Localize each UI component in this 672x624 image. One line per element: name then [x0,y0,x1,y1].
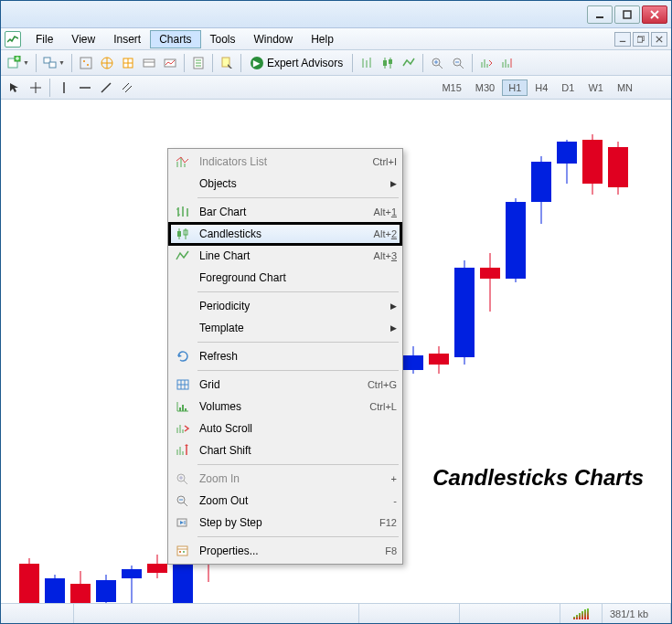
chart-area[interactable]: Candlesticks Charts Indicators ListCtrl+… [1,100,671,603]
strategy-tester-button[interactable] [160,53,180,73]
menu-item-line-chart[interactable]: Line ChartAlt+3 [170,245,400,267]
app-window: File View Insert Charts Tools Window Hel… [0,0,672,624]
statusbar: 381/1 kb [1,603,671,623]
mdi-close-button[interactable] [651,32,667,47]
timeframe-h1[interactable]: H1 [502,79,528,96]
menu-item-refresh[interactable]: Refresh [170,345,400,367]
menu-item-label: Foreground Chart [199,271,397,284]
horizontal-line-button[interactable] [75,78,95,98]
menu-item-properties[interactable]: Properties...F8 [170,540,400,562]
expert-advisors-button[interactable]: ▶ Expert Advisors [245,53,348,73]
menu-item-candlesticks[interactable]: CandlesticksAlt+2 [170,223,400,245]
menu-item-volumes[interactable]: VolumesCtrl+L [170,396,400,418]
menu-item-bar-chart[interactable]: Bar ChartAlt+1 [170,201,400,223]
menu-item-periodicity[interactable]: Periodicity▶ [170,295,400,317]
menu-insert[interactable]: Insert [104,30,150,48]
expert-advisors-icon: ▶ [251,57,263,69]
trendline-button[interactable] [96,78,116,98]
cursor-button[interactable] [5,78,25,98]
window-maximize-button[interactable] [614,5,640,24]
metaeditor-button[interactable] [217,53,237,73]
window-minimize-button[interactable] [587,5,613,24]
menubar: File View Insert Charts Tools Window Hel… [1,28,671,50]
zoom-out-button[interactable] [448,53,468,73]
menu-item-label: Template [199,322,388,334]
mdi-restore-button[interactable] [633,32,649,47]
window-close-button[interactable] [642,5,667,24]
menu-separator [197,197,399,198]
timeframe-w1[interactable]: W1 [581,79,610,96]
menu-item-chart-shift[interactable]: Chart Shift [170,439,400,461]
auto-scroll-button[interactable] [476,53,496,73]
mdi-minimize-button[interactable] [614,32,631,47]
zoom-in-button[interactable] [427,53,447,73]
menu-item-foreground-chart[interactable]: Foreground Chart [170,267,400,289]
signal-icon [568,608,594,619]
bar-chart-button[interactable] [357,53,377,73]
new-order-button[interactable] [188,53,208,73]
candle-icon [172,225,194,243]
autoscroll-icon [172,419,194,438]
candle [557,100,577,603]
menu-tools[interactable]: Tools [201,30,245,48]
new-chart-button[interactable]: ▼ [5,53,32,73]
candlesticks-button[interactable] [378,53,398,73]
candle [454,100,475,603]
app-icon [5,31,21,48]
chart-overlay-label: Candlesticks Charts [432,465,644,491]
timeframe-d1[interactable]: D1 [555,79,581,96]
menu-item-label: Step by Step [199,516,379,529]
terminal-button[interactable] [139,53,159,73]
profiles-button[interactable]: ▼ [40,53,68,73]
candle [45,100,65,603]
menu-item-grid[interactable]: GridCtrl+G [170,374,400,396]
submenu-arrow-icon: ▶ [388,179,397,188]
menu-charts[interactable]: Charts [150,30,200,48]
menu-view[interactable]: View [62,30,104,48]
candle [531,100,551,603]
menu-separator [197,342,399,343]
svg-rect-69 [177,231,181,237]
secondary-toolbar: M15 M30 H1 H4 D1 W1 MN [1,76,671,100]
menu-item-template[interactable]: Template▶ [170,317,400,339]
menu-item-objects[interactable]: Objects▶ [170,173,400,195]
svg-rect-1 [624,11,631,18]
menu-item-label: Candlesticks [199,227,374,240]
market-watch-button[interactable] [76,53,96,73]
props-icon [172,542,194,560]
step-icon [172,513,194,532]
menu-item-zoom-out[interactable]: Zoom Out- [170,490,400,512]
timeframe-mn[interactable]: MN [611,79,639,96]
chart-shift-button[interactable] [497,53,517,73]
charts-dropdown: Indicators ListCtrl+IObjects▶Bar ChartAl… [167,148,403,565]
menu-separator [197,464,399,465]
menu-item-label: Bar Chart [199,206,374,218]
svg-point-99 [179,551,181,553]
menu-item-label: Volumes [199,400,369,413]
menu-item-label: Chart Shift [199,444,397,457]
timeframe-h4[interactable]: H4 [528,79,554,96]
menu-window[interactable]: Window [245,30,303,48]
menu-file[interactable]: File [27,30,62,48]
candle [19,100,39,603]
timeframe-m30[interactable]: M30 [469,79,501,96]
traffic-label: 381/1 kb [603,604,671,623]
menu-item-label: Refresh [199,350,397,363]
navigator-button[interactable] [97,53,117,73]
candle [608,100,628,603]
vertical-line-button[interactable] [54,78,74,98]
svg-line-57 [101,83,111,92]
menu-item-step-by-step[interactable]: Step by StepF12 [170,512,400,534]
line-chart-button[interactable] [399,53,419,73]
data-window-button[interactable] [118,53,138,73]
menu-item-shortcut: Ctrl+I [372,156,397,167]
channel-button[interactable] [117,78,137,98]
timeframe-m15[interactable]: M15 [435,79,467,96]
menu-item-shortcut: + [391,473,397,484]
crosshair-button[interactable] [26,78,46,98]
connection-status [560,604,603,623]
menu-help[interactable]: Help [302,30,343,48]
submenu-arrow-icon: ▶ [388,301,397,311]
menu-item-auto-scroll[interactable]: Auto Scroll [170,418,400,439]
refresh-icon [172,347,194,365]
